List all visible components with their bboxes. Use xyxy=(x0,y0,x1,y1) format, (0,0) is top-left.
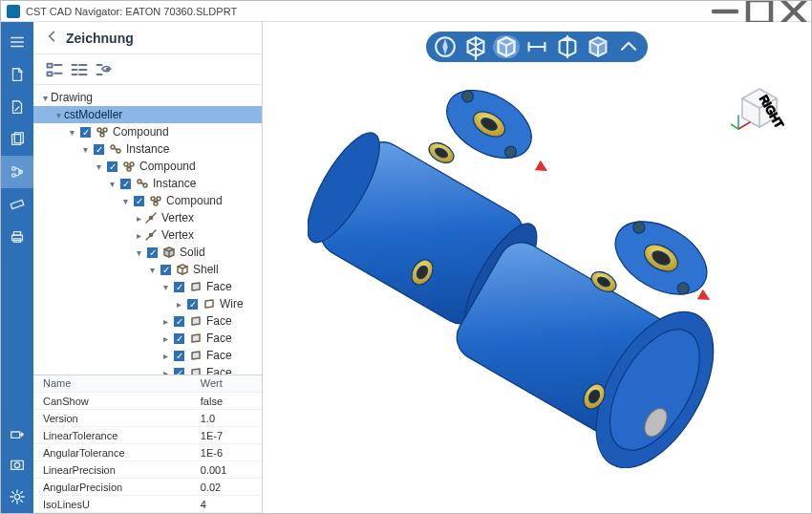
tree-checkbox[interactable]: ✓ xyxy=(186,298,199,311)
tree-expand-icon[interactable]: ▸ xyxy=(173,299,184,310)
tree-row[interactable]: ▸Vertex xyxy=(33,209,262,226)
rail-settings-button[interactable] xyxy=(1,481,33,513)
tree-collapse-icon[interactable]: ▾ xyxy=(53,110,64,120)
view-shaded-edges-button[interactable] xyxy=(493,35,520,58)
tree-row[interactable]: ▸✓Face xyxy=(33,347,262,364)
tree-checkbox[interactable]: ✓ xyxy=(133,195,145,207)
props-row[interactable]: AngularPrecision0.02 xyxy=(33,479,262,496)
tree-row[interactable]: ▾✓Solid xyxy=(33,244,262,261)
model-tree[interactable]: ▾Drawing▾cstModeller▾✓Compound▾✓Instance… xyxy=(33,85,262,375)
vertex-icon xyxy=(144,211,158,225)
rail-documents-button[interactable] xyxy=(1,123,33,156)
tree-row[interactable]: ▸✓Face xyxy=(33,312,262,330)
props-row[interactable]: LinearTolerance1E-7 xyxy=(33,427,262,444)
collapse-all-button[interactable] xyxy=(70,61,89,78)
tree-checkbox[interactable]: ✓ xyxy=(173,315,185,328)
tree-label: Instance xyxy=(126,142,169,156)
close-button[interactable] xyxy=(777,1,811,22)
tree-collapse-icon[interactable]: ▾ xyxy=(133,247,144,258)
tree-checkbox[interactable]: ✓ xyxy=(146,246,159,259)
compound-icon xyxy=(122,160,136,173)
props-row[interactable]: LinearPrecision0.001 xyxy=(33,461,262,479)
tree-collapse-icon[interactable]: ▾ xyxy=(66,127,77,138)
tree-checkbox[interactable]: ✓ xyxy=(173,350,185,362)
tree-label: Compound xyxy=(113,125,169,139)
tree-row[interactable]: ▾Drawing xyxy=(33,89,262,106)
tree-checkbox[interactable]: ✓ xyxy=(79,126,92,139)
tree-row[interactable]: ▸✓Face xyxy=(33,330,262,347)
tree-collapse-icon[interactable]: ▾ xyxy=(93,161,104,172)
tree-checkbox[interactable]: ✓ xyxy=(173,367,185,375)
tree-collapse-icon[interactable]: ▾ xyxy=(106,179,118,189)
minimize-button[interactable] xyxy=(708,1,742,22)
maximize-button[interactable] xyxy=(742,1,777,22)
tree-row[interactable]: ▾✓Compound xyxy=(33,192,262,209)
tree-label: Wire xyxy=(220,297,244,311)
tree-row[interactable]: ▾✓Instance xyxy=(33,140,262,158)
svg-point-49 xyxy=(150,217,153,220)
nav-compass-button[interactable] xyxy=(432,35,459,58)
tree-row[interactable]: ▾cstModeller xyxy=(33,106,262,123)
tree-row[interactable]: ▸✓Wire xyxy=(33,295,262,312)
tree-row[interactable]: ▾✓Compound xyxy=(33,158,262,175)
tree-label: Solid xyxy=(180,246,205,259)
rail-open-button[interactable] xyxy=(1,91,33,123)
toolbar-collapse-button[interactable] xyxy=(615,35,642,58)
tree-checkbox[interactable]: ✓ xyxy=(173,332,185,345)
tree-collapse-icon[interactable]: ▾ xyxy=(146,265,158,275)
tree-checkbox[interactable]: ✓ xyxy=(106,161,118,173)
tree-collapse-icon[interactable]: ▾ xyxy=(160,282,171,292)
props-row[interactable]: IsoLinesU4 xyxy=(33,496,262,513)
rail-menu-button[interactable] xyxy=(1,26,33,58)
tree-expand-icon[interactable]: ▸ xyxy=(133,230,144,241)
left-rail xyxy=(1,22,33,513)
tree-expand-icon[interactable]: ▸ xyxy=(160,351,171,361)
model-3d[interactable] xyxy=(308,67,766,468)
panel-back-button[interactable] xyxy=(45,30,58,46)
rail-print-button[interactable] xyxy=(1,221,33,253)
rail-new-file-button[interactable] xyxy=(1,58,33,91)
tree-collapse-icon[interactable]: ▾ xyxy=(79,144,91,155)
expand-all-button[interactable] xyxy=(45,61,64,78)
tree-expand-icon[interactable]: ▸ xyxy=(160,316,171,327)
measure-distance-button[interactable] xyxy=(524,35,550,58)
tree-row[interactable]: ▸Vertex xyxy=(33,226,262,244)
tree-expand-icon[interactable]: ▸ xyxy=(133,213,144,224)
props-name: AngularPrecision xyxy=(33,479,191,496)
rail-structure-button[interactable] xyxy=(1,156,33,188)
view-wireframe-button[interactable] xyxy=(462,35,489,58)
props-name: Version xyxy=(33,410,191,427)
rail-export-button[interactable] xyxy=(1,416,33,448)
props-header-value[interactable]: Wert xyxy=(191,375,262,393)
tree-row[interactable]: ▾✓Compound xyxy=(33,123,262,140)
props-row[interactable]: CanShowfalse xyxy=(33,393,262,410)
tree-row[interactable]: ▾✓Face xyxy=(33,278,262,295)
app-icon xyxy=(7,5,20,18)
rail-measure-button[interactable] xyxy=(1,188,33,221)
tree-checkbox[interactable]: ✓ xyxy=(160,264,172,276)
view-cube-button[interactable] xyxy=(585,35,611,58)
viewport[interactable]: RIGHT xyxy=(263,22,811,513)
tree-row[interactable]: ▾✓Shell xyxy=(33,261,262,278)
section-button[interactable] xyxy=(554,35,581,58)
props-row[interactable]: Version1.0 xyxy=(33,410,262,427)
tree-label: Face xyxy=(206,349,232,362)
tree-collapse-icon[interactable]: ▾ xyxy=(39,93,51,103)
svg-rect-14 xyxy=(13,232,20,236)
face-icon xyxy=(189,332,203,345)
tree-collapse-icon[interactable]: ▾ xyxy=(119,196,131,206)
tree-checkbox[interactable]: ✓ xyxy=(173,281,185,293)
rail-snapshot-button[interactable] xyxy=(1,448,33,481)
tree-checkbox[interactable]: ✓ xyxy=(93,143,105,156)
tree-label: Vertex xyxy=(161,211,194,225)
visibility-button[interactable] xyxy=(95,61,114,78)
face-icon xyxy=(189,349,203,362)
tree-row[interactable]: ▾✓Instance xyxy=(33,175,262,192)
tree-checkbox[interactable]: ✓ xyxy=(119,178,132,190)
props-header-name[interactable]: Name xyxy=(33,375,191,393)
tree-expand-icon[interactable]: ▸ xyxy=(160,368,171,375)
tree-expand-icon[interactable]: ▸ xyxy=(160,333,171,344)
tree-row[interactable]: ▸✓Face xyxy=(33,364,262,375)
props-row[interactable]: AngularTolerance1E-6 xyxy=(33,444,262,461)
props-value: 1E-6 xyxy=(191,444,262,461)
